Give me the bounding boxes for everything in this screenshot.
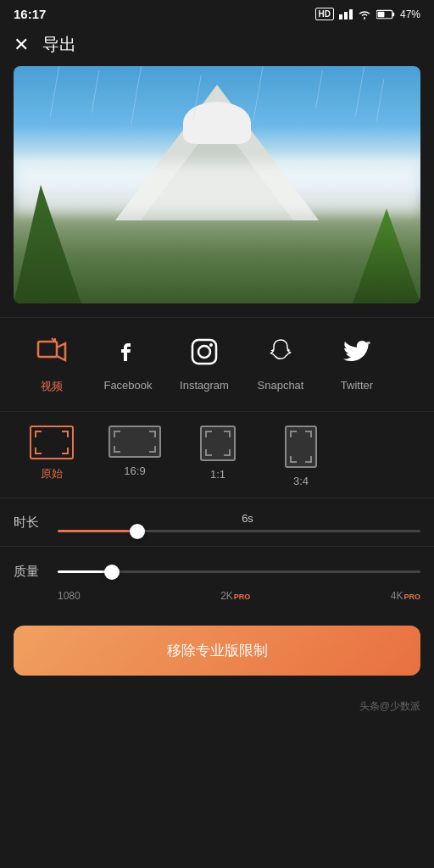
share-label-snapchat: Snapchat xyxy=(258,379,304,392)
corner-tl xyxy=(205,431,212,437)
status-bar: 16:17 HD 47% xyxy=(0,0,434,25)
share-item-facebook[interactable]: Facebook xyxy=(90,331,166,394)
svg-marker-1 xyxy=(344,12,348,19)
corner-tl xyxy=(114,431,120,437)
share-label-instagram: Instagram xyxy=(180,379,229,392)
share-item-instagram[interactable]: Instagram xyxy=(166,331,242,394)
cta-button[interactable]: 移除专业版限制 xyxy=(14,626,420,676)
aspect-item-3-4[interactable]: 3:4 xyxy=(263,426,339,487)
duration-row: 时长 6s xyxy=(14,512,420,532)
battery-icon xyxy=(376,9,395,19)
corner-tl xyxy=(35,431,42,437)
corner-bl xyxy=(205,449,212,456)
status-time: 16:17 xyxy=(14,7,46,21)
trees-right xyxy=(353,209,420,303)
share-label-twitter: Twitter xyxy=(341,379,373,392)
video-icon xyxy=(31,331,72,372)
duration-slider-wrapper: 6s xyxy=(58,512,420,532)
aspect-label-3-4: 3:4 xyxy=(293,475,309,487)
share-section: 视频 Facebook Instagram xyxy=(0,317,434,412)
share-item-twitter[interactable]: Twitter xyxy=(319,331,395,394)
quality-2k-pro: PRO xyxy=(234,593,251,601)
rain-line xyxy=(92,70,100,112)
header: ✕ 导出 xyxy=(0,25,434,66)
corner-tr xyxy=(224,431,231,437)
duration-track[interactable] xyxy=(58,530,420,532)
corner-bl xyxy=(114,446,120,453)
cloud-layer xyxy=(14,163,420,214)
quality-track[interactable] xyxy=(58,570,420,573)
duration-value: 6s xyxy=(75,512,420,525)
aspect-box-original xyxy=(30,426,74,459)
share-item-video[interactable]: 视频 xyxy=(14,331,90,394)
page-title: 导出 xyxy=(42,33,76,56)
corner-bl xyxy=(35,448,42,454)
aspect-item-16-9[interactable]: 16:9 xyxy=(97,426,173,487)
aspect-scroll: 原始 16:9 xyxy=(0,426,434,487)
cta-section: 移除专业版限制 xyxy=(0,615,434,696)
corner-br xyxy=(305,456,312,463)
svg-rect-6 xyxy=(38,342,57,357)
aspect-box-16-9 xyxy=(108,426,161,458)
duration-thumb[interactable] xyxy=(130,524,145,539)
corner-br xyxy=(149,446,156,453)
corner-br xyxy=(224,449,231,456)
preview-image xyxy=(14,66,420,303)
quality-1080-label: 1080 xyxy=(58,590,81,602)
aspect-item-1-1[interactable]: 1:1 xyxy=(180,426,256,487)
aspect-section: 原始 16:9 xyxy=(0,412,434,498)
corner-tl xyxy=(290,431,297,437)
status-right-icons: HD 47% xyxy=(315,8,420,20)
rain-line xyxy=(355,66,364,116)
duration-section: 时长 6s xyxy=(0,498,434,547)
duration-label: 时长 xyxy=(14,515,44,531)
quality-row: 质量 xyxy=(14,564,420,580)
corner-br xyxy=(62,448,69,454)
corner-tr xyxy=(305,431,312,437)
share-item-snapchat[interactable]: Snapchat xyxy=(242,331,319,394)
instagram-icon xyxy=(184,331,225,372)
quality-mark-4k: 4K PRO xyxy=(391,590,420,602)
quality-section: 质量 1080 2K PRO 4K PRO xyxy=(0,547,434,615)
wifi-icon xyxy=(358,9,371,19)
quality-mark-2k: 2K PRO xyxy=(220,590,250,602)
duration-fill xyxy=(58,530,137,532)
aspect-item-original[interactable]: 原始 xyxy=(14,426,90,487)
svg-point-10 xyxy=(209,343,213,347)
share-label-facebook: Facebook xyxy=(103,379,152,392)
hd-badge: HD xyxy=(315,8,334,20)
quality-thumb[interactable] xyxy=(104,565,120,580)
preview-container xyxy=(14,66,420,303)
aspect-label-1-1: 1:1 xyxy=(210,468,225,481)
snapchat-icon xyxy=(260,331,301,372)
facebook-icon xyxy=(108,331,148,372)
aspect-box-1-1 xyxy=(200,426,236,461)
rain-line xyxy=(50,66,59,116)
svg-marker-0 xyxy=(339,14,342,19)
quality-mark-1080: 1080 xyxy=(58,590,81,602)
share-label-video: 视频 xyxy=(41,379,63,394)
share-scroll: 视频 Facebook Instagram xyxy=(0,325,434,401)
corner-bl xyxy=(290,456,297,463)
battery-percent: 47% xyxy=(400,8,420,20)
quality-marks: 1080 2K PRO 4K PRO xyxy=(14,590,420,602)
corner-tr xyxy=(62,431,69,437)
footer-text: 头条@少数派 xyxy=(359,699,420,714)
quality-2k-label: 2K xyxy=(220,590,233,602)
svg-marker-2 xyxy=(349,9,353,19)
footer: 头条@少数派 xyxy=(0,696,434,721)
close-button[interactable]: ✕ xyxy=(14,36,29,54)
twitter-icon xyxy=(337,331,377,372)
signal-icon xyxy=(339,9,353,19)
rain-line xyxy=(376,79,385,120)
svg-rect-4 xyxy=(392,12,394,16)
svg-rect-5 xyxy=(378,11,385,16)
aspect-box-3-4 xyxy=(285,426,317,468)
svg-point-9 xyxy=(198,346,210,358)
quality-4k-pro: PRO xyxy=(403,593,420,601)
quality-4k-label: 4K xyxy=(391,590,403,602)
snow-cap xyxy=(183,102,251,144)
aspect-label-16-9: 16:9 xyxy=(124,465,145,477)
aspect-label-original: 原始 xyxy=(41,466,63,481)
quality-label: 质量 xyxy=(14,564,44,580)
